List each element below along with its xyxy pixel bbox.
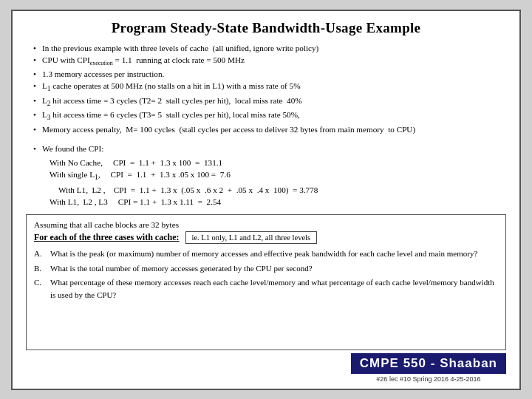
question-c-text: What percentage of these memory accesses…	[50, 276, 498, 301]
question-b-letter: B.	[34, 262, 46, 275]
cpi-label-no-cache: With No Cache,	[50, 158, 111, 167]
cpi-eq-l1: CPI = 1.1 + 1.3 x .05 x 100 = 7.6	[111, 170, 231, 179]
cpi-eq-l1l2: CPI = 1.1 + 1.3 x (.05 x .6 x 2 + .05 x …	[114, 185, 318, 194]
bullet-1: In the previous example with three level…	[33, 42, 506, 54]
cpi-no-cache: With No Cache, CPI = 1.1 + 1.3 x 100 = 1…	[50, 157, 506, 169]
cpi-eq-l1l2l3: CPI = 1.1 + 1.3 x 1.11 = 2.54	[118, 197, 221, 206]
question-c-letter: C.	[34, 276, 46, 301]
we-found: We found the CPI:	[33, 143, 506, 154]
cpi-label-l1l2l3: With L1, L2 , L3	[50, 197, 116, 206]
bullet-list: In the previous example with three level…	[26, 42, 506, 136]
bottom-box: Assuming that all cache blocks are 32 by…	[26, 214, 506, 349]
cpi-l1-l2-l3: With L1, L2 , L3 CPI = 1.1 + 1.3 x 1.11 …	[50, 196, 506, 208]
slide-container: Program Steady-State Bandwidth-Usage Exa…	[11, 10, 521, 390]
bullet-3: 1.3 memory accesses per instruction.	[33, 68, 506, 80]
question-b-text: What is the total number of memory acces…	[50, 262, 313, 275]
question-b: B. What is the total number of memory ac…	[34, 262, 498, 275]
questions-list: A. What is the peak (or maximum) number …	[34, 248, 498, 301]
cpi-eq-no-cache: CPI = 1.1 + 1.3 x 100 = 131.1	[113, 158, 222, 167]
slide-number: #26 lec #10 Spring 2016 4-25-2016	[351, 375, 506, 383]
bullet-4: L1 cache operates at 500 MHz (no stalls …	[33, 80, 506, 95]
cpi-label-l1: With single L1,	[50, 170, 109, 179]
cpi-single-l1: With single L1, CPI = 1.1 + 1.3 x .05 x …	[50, 168, 506, 183]
question-c: C. What percentage of these memory acces…	[34, 276, 498, 301]
cpi-lines: With No Cache, CPI = 1.1 + 1.3 x 100 = 1…	[33, 157, 506, 209]
question-a: A. What is the peak (or maximum) number …	[34, 248, 498, 260]
bullet-7: Memory access penalty, M= 100 cycles (st…	[33, 123, 506, 135]
bullet-6: L3 hit access time = 6 cycles (T3= 5 sta…	[33, 109, 506, 123]
bullet-5: L2 hit access time = 3 cycles (T2= 2 sta…	[33, 95, 506, 109]
footer: CMPE 550 - Shaaban #26 lec #10 Spring 20…	[26, 353, 506, 383]
for-each-text: For each of the three cases with cache:	[34, 232, 180, 243]
ie-badge: ie. L1 only, L1 and L2, all three levels	[185, 231, 318, 244]
slide-title: Program Steady-State Bandwidth-Usage Exa…	[26, 20, 506, 36]
cpi-label-l1l2: With L1, L2 ,	[58, 185, 112, 194]
bullet-2: CPU with CPIexecution = 1.1 running at c…	[33, 54, 506, 68]
cpi-section: We found the CPI: With No Cache, CPI = 1…	[26, 143, 506, 208]
cmpe-badge: CMPE 550 - Shaaban	[351, 353, 506, 374]
for-each-line: For each of the three cases with cache: …	[34, 231, 498, 244]
question-a-letter: A.	[34, 248, 46, 260]
cpi-l1-l2: With L1, L2 , CPI = 1.1 + 1.3 x (.05 x .…	[50, 184, 506, 197]
question-a-text: What is the peak (or maximum) number of …	[50, 248, 477, 260]
assuming-text: Assuming that all cache blocks are 32 by…	[34, 220, 498, 229]
